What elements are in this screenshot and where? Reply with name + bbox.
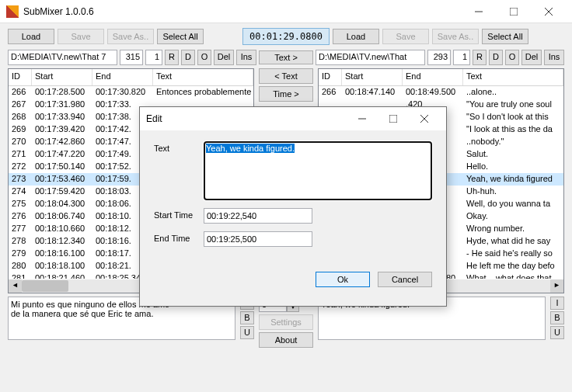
right-selectall-button[interactable]: Select All [482, 29, 528, 44]
col-id[interactable]: ID [9, 69, 32, 85]
maximize-button[interactable] [496, 1, 531, 23]
start-time-input[interactable] [204, 208, 312, 224]
svg-rect-5 [389, 115, 397, 123]
left-saveas-button[interactable]: Save As.. [107, 29, 154, 44]
dialog-title: Edit [146, 113, 347, 124]
left-table-header: ID Start End Text [9, 69, 253, 86]
col-end[interactable]: End [403, 69, 463, 85]
start-time-label: Start Time [154, 208, 204, 220]
time-right-button[interactable]: Time > [259, 86, 313, 102]
text-label: Text [154, 141, 204, 153]
right-table-header: ID Start End Text [319, 69, 563, 86]
scroll-thumb[interactable] [22, 280, 68, 292]
right-save-button[interactable]: Save [382, 29, 429, 44]
end-time-label: End Time [154, 231, 204, 243]
text-textarea[interactable] [204, 141, 432, 200]
left-bold-button[interactable]: B [240, 311, 254, 324]
right-underline-button[interactable]: U [550, 326, 564, 339]
edit-dialog: Edit Text Start Time End Time Ok Cancel [139, 106, 447, 307]
left-selectall-button[interactable]: Select All [157, 29, 204, 44]
right-ins-button[interactable]: Ins [544, 50, 564, 65]
table-row[interactable]: 26600:17:28.50000:17:30.820Entonces prob… [9, 86, 253, 99]
right-r-button[interactable]: R [473, 50, 487, 65]
col-text[interactable]: Text [463, 69, 563, 85]
end-time-input[interactable] [204, 231, 312, 247]
settings-button[interactable]: Settings [259, 314, 313, 330]
right-del-button[interactable]: Del [521, 50, 542, 65]
minimize-button[interactable] [461, 1, 496, 23]
dialog-maximize-button[interactable] [378, 108, 409, 130]
right-d-button[interactable]: D [489, 50, 503, 65]
left-save-button[interactable]: Save [58, 29, 104, 44]
text-right-button[interactable]: Text > [259, 50, 313, 64]
right-o-button[interactable]: O [505, 50, 519, 65]
right-saveas-button[interactable]: Save As.. [432, 29, 479, 44]
col-start[interactable]: Start [32, 69, 92, 85]
left-index-input[interactable]: 1 [145, 50, 162, 65]
left-o-button[interactable]: O [197, 50, 211, 65]
about-button[interactable]: About [259, 332, 313, 348]
right-index-input[interactable]: 1 [453, 50, 470, 65]
col-start[interactable]: Start [342, 69, 403, 85]
scroll-right-icon[interactable]: ► [550, 279, 563, 293]
text-left-button[interactable]: < Text [259, 68, 313, 84]
left-path-input[interactable]: D:\MEDIA\TV.new\That 7 [8, 50, 117, 65]
left-load-button[interactable]: Load [8, 29, 54, 44]
left-del-button[interactable]: Del [214, 50, 234, 65]
ok-button[interactable]: Ok [316, 272, 370, 287]
scroll-left-icon[interactable]: ◄ [9, 279, 22, 293]
right-load-button[interactable]: Load [333, 29, 379, 44]
svg-rect-1 [510, 8, 518, 16]
col-end[interactable]: End [92, 69, 153, 85]
right-italic-button[interactable]: I [550, 297, 564, 310]
left-r-button[interactable]: R [165, 50, 179, 65]
col-text[interactable]: Text [153, 69, 253, 85]
right-bold-button[interactable]: B [550, 311, 564, 324]
left-underline-button[interactable]: U [240, 326, 254, 339]
left-ins-button[interactable]: Ins [236, 50, 256, 65]
titlebar: SubMixer 1.0.0.6 [0, 0, 572, 23]
dialog-close-button[interactable] [409, 108, 440, 130]
timecode-display: 00:01:29.0800 [242, 28, 330, 45]
dialog-minimize-button[interactable] [347, 108, 378, 130]
close-button[interactable] [531, 1, 566, 23]
app-icon [6, 5, 19, 18]
col-id[interactable]: ID [319, 69, 342, 85]
app-title: SubMixer 1.0.0.6 [23, 6, 461, 17]
left-count-input[interactable]: 315 [120, 50, 143, 65]
table-row[interactable]: 26600:18:47.14000:18:49.500..alone.. [319, 86, 563, 99]
right-path-input[interactable]: D:\MEDIA\TV.new\That [316, 50, 425, 65]
cancel-button[interactable]: Cancel [378, 272, 432, 287]
right-count-input[interactable]: 293 [427, 50, 451, 65]
left-d-button[interactable]: D [181, 50, 195, 65]
